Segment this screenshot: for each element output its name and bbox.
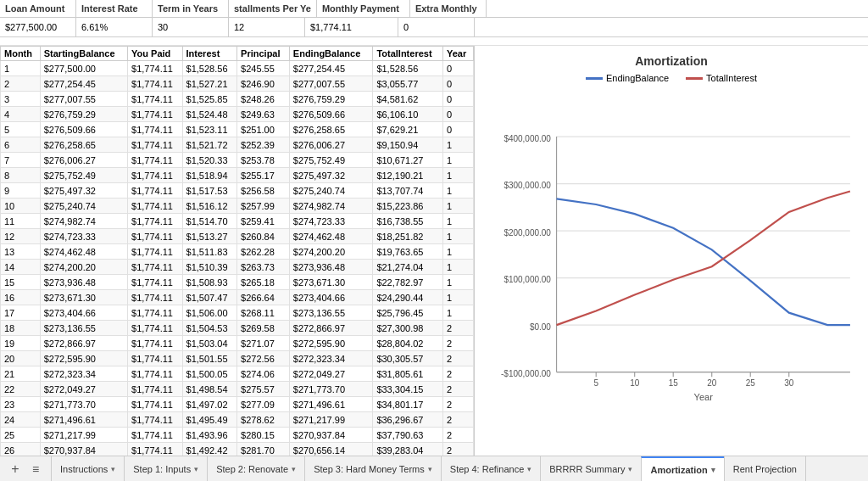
table-row[interactable]: 10$275,240.74$1,774.11$1,516.12$257.99$2… — [1, 199, 474, 214]
table-row[interactable]: 8$275,752.49$1,774.11$1,518.94$255.17$27… — [1, 168, 474, 183]
table-cell-5-0: 6 — [1, 137, 41, 153]
add-sheet-button[interactable]: + — [7, 461, 24, 478]
table-cell-24-0: 25 — [1, 428, 41, 443]
table-cell-11-3: $1,513.27 — [182, 229, 237, 244]
spacer — [0, 37, 868, 46]
table-cell-5-3: $1,521.72 — [182, 137, 237, 153]
input-values-row: $277,500.006.61%3012$1,774.110 — [0, 18, 868, 36]
table-cell-21-4: $275.57 — [237, 382, 290, 397]
tab-amortization[interactable]: Amortization▾ — [641, 456, 724, 481]
tab-step-4-refinance[interactable]: Step 4: Refinance▾ — [441, 456, 541, 481]
table-cell-5-5: $276,006.27 — [289, 137, 373, 153]
table-row[interactable]: 11$274,982.74$1,774.11$1,514.70$259.41$2… — [1, 214, 474, 229]
table-row[interactable]: 2$277,254.45$1,774.11$1,527.21$246.90$27… — [1, 76, 474, 92]
table-row[interactable]: 25$271,217.99$1,774.11$1,493.96$280.15$2… — [1, 428, 474, 443]
table-cell-21-0: 22 — [1, 382, 41, 397]
table-row[interactable]: 18$273,136.55$1,774.11$1,504.53$269.58$2… — [1, 321, 474, 336]
table-cell-2-5: $276,759.29 — [289, 92, 373, 107]
tab-arrow-5[interactable]: ▾ — [628, 465, 632, 473]
table-row[interactable]: 16$273,671.30$1,774.11$1,507.47$266.64$2… — [1, 290, 474, 305]
table-cell-17-6: $27,300.98 — [373, 321, 443, 336]
table-cell-24-2: $1,774.11 — [128, 428, 183, 443]
table-row[interactable]: 4$276,759.29$1,774.11$1,524.48$249.63$27… — [1, 107, 474, 122]
table-cell-9-7: 1 — [443, 199, 474, 214]
table-cell-6-1: $276,006.27 — [40, 153, 127, 168]
table-row[interactable]: 15$273,936.48$1,774.11$1,508.93$265.18$2… — [1, 275, 474, 290]
tab-arrow-2[interactable]: ▾ — [292, 465, 296, 473]
table-cell-13-7: 1 — [443, 260, 474, 275]
tab-arrow-0[interactable]: ▾ — [111, 465, 115, 473]
tab-rent-projection[interactable]: Rent Projection — [724, 456, 806, 481]
table-cell-21-7: 2 — [443, 382, 474, 397]
table-area[interactable]: MonthStartingBalanceYou PaidInterestPrin… — [0, 46, 475, 456]
table-cell-9-5: $274,982.74 — [289, 199, 373, 214]
input-value-4[interactable]: $1,774.11 — [305, 18, 398, 36]
table-cell-20-4: $274.06 — [237, 366, 290, 382]
table-cell-19-3: $1,501.55 — [182, 351, 237, 366]
table-cell-4-5: $276,258.65 — [289, 122, 373, 137]
table-row[interactable]: 3$277,007.55$1,774.11$1,525.85$248.26$27… — [1, 92, 474, 107]
input-value-0[interactable]: $277,500.00 — [0, 18, 76, 36]
table-row[interactable]: 13$274,462.48$1,774.11$1,511.83$262.28$2… — [1, 244, 474, 260]
table-cell-22-6: $34,801.17 — [373, 397, 443, 412]
table-row[interactable]: 17$273,404.66$1,774.11$1,506.00$268.11$2… — [1, 305, 474, 321]
tab-step-3-hard-money-terms[interactable]: Step 3: Hard Money Terms▾ — [304, 456, 442, 481]
table-cell-15-7: 1 — [443, 290, 474, 305]
input-value-5[interactable]: 0 — [398, 18, 475, 36]
tab-instructions[interactable]: Instructions▾ — [51, 456, 125, 481]
tab-arrow-3[interactable]: ▾ — [428, 465, 432, 473]
table-row[interactable]: 21$272,323.34$1,774.11$1,500.05$274.06$2… — [1, 366, 474, 382]
svg-text:Year: Year — [694, 392, 714, 402]
tab-arrow-4[interactable]: ▾ — [527, 465, 531, 473]
tab-arrow-1[interactable]: ▾ — [194, 465, 198, 473]
table-cell-1-6: $3,055.77 — [373, 76, 443, 92]
tabs-container: Instructions▾Step 1: Inputs▾Step 2: Reno… — [51, 456, 868, 481]
table-row[interactable]: 22$272,049.27$1,774.11$1,498.54$275.57$2… — [1, 382, 474, 397]
svg-text:$300,000.00: $300,000.00 — [504, 181, 551, 190]
table-row[interactable]: 1$277,500.00$1,774.11$1,528.56$245.55$27… — [1, 61, 474, 76]
input-value-3[interactable]: 12 — [229, 18, 305, 36]
table-row[interactable]: 7$276,006.27$1,774.11$1,520.33$253.78$27… — [1, 153, 474, 168]
table-cell-5-7: 1 — [443, 137, 474, 153]
table-cell-10-4: $259.41 — [237, 214, 290, 229]
table-row[interactable]: 14$274,200.20$1,774.11$1,510.39$263.73$2… — [1, 260, 474, 275]
table-cell-19-7: 2 — [443, 351, 474, 366]
sheet-menu-button[interactable]: ≡ — [27, 461, 44, 478]
table-row[interactable]: 26$270,937.84$1,774.11$1,492.42$281.70$2… — [1, 443, 474, 456]
tab-step-2-renovate[interactable]: Step 2: Renovate▾ — [207, 456, 305, 481]
table-cell-22-1: $271,773.70 — [40, 397, 127, 412]
table-cell-14-5: $273,671.30 — [289, 275, 373, 290]
input-value-1[interactable]: 6.61% — [76, 18, 153, 36]
table-cell-19-5: $272,323.34 — [289, 351, 373, 366]
table-cell-6-0: 7 — [1, 153, 41, 168]
table-cell-15-6: $24,290.44 — [373, 290, 443, 305]
table-row[interactable]: 24$271,496.61$1,774.11$1,495.49$278.62$2… — [1, 412, 474, 428]
table-cell-6-4: $253.78 — [237, 153, 290, 168]
table-cell-4-2: $1,774.11 — [128, 122, 183, 137]
table-row[interactable]: 12$274,723.33$1,774.11$1,513.27$260.84$2… — [1, 229, 474, 244]
table-cell-6-2: $1,774.11 — [128, 153, 183, 168]
amortization-table: MonthStartingBalanceYou PaidInterestPrin… — [0, 46, 474, 456]
tab-brrrr-summary[interactable]: BRRRR Summary▾ — [540, 456, 642, 481]
total-interest-dot — [686, 77, 703, 80]
table-row[interactable]: 9$275,497.32$1,774.11$1,517.53$256.58$27… — [1, 183, 474, 199]
table-cell-5-1: $276,258.65 — [40, 137, 127, 153]
table-cell-14-0: 15 — [1, 275, 41, 290]
table-cell-4-6: $7,629.21 — [373, 122, 443, 137]
table-cell-0-0: 1 — [1, 61, 41, 76]
table-row[interactable]: 6$276,258.65$1,774.11$1,521.72$252.39$27… — [1, 137, 474, 153]
svg-text:5: 5 — [593, 378, 598, 388]
table-cell-25-3: $1,492.42 — [182, 443, 237, 456]
table-row[interactable]: 23$271,773.70$1,774.11$1,497.02$277.09$2… — [1, 397, 474, 412]
table-cell-11-2: $1,774.11 — [128, 229, 183, 244]
table-cell-5-4: $252.39 — [237, 137, 290, 153]
tab-arrow-6[interactable]: ▾ — [711, 466, 715, 474]
table-row[interactable]: 5$276,509.66$1,774.11$1,523.11$251.00$27… — [1, 122, 474, 137]
table-cell-8-1: $275,497.32 — [40, 183, 127, 199]
table-row[interactable]: 19$272,866.97$1,774.11$1,503.04$271.07$2… — [1, 336, 474, 351]
input-value-2[interactable]: 30 — [153, 18, 229, 36]
table-row[interactable]: 20$272,595.90$1,774.11$1,501.55$272.56$2… — [1, 351, 474, 366]
table-cell-20-1: $272,323.34 — [40, 366, 127, 382]
table-cell-25-1: $270,937.84 — [40, 443, 127, 456]
tab-step-1-inputs[interactable]: Step 1: Inputs▾ — [124, 456, 208, 481]
